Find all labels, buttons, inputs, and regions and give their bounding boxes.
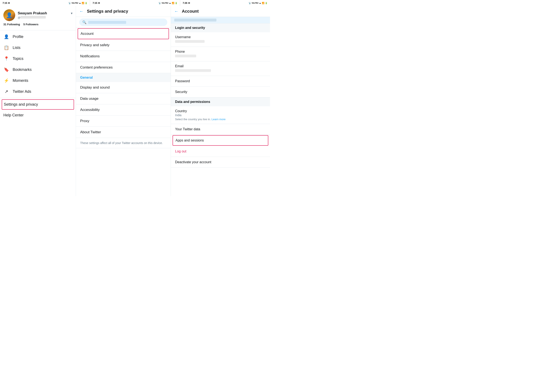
sidebar-item-profile[interactable]: 👤 Profile bbox=[0, 31, 76, 42]
account-item-security[interactable]: Security bbox=[171, 87, 270, 97]
avatar[interactable]: 👤 bbox=[3, 9, 15, 21]
battery-left: 🔋 bbox=[85, 2, 87, 4]
nav-divider-middle bbox=[0, 98, 76, 98]
profile-icon: 👤 bbox=[3, 34, 9, 39]
settings-item-accessibility[interactable]: Accessibility bbox=[76, 104, 171, 116]
account-panel-header: ← Account bbox=[171, 6, 270, 17]
settings-item-notifications[interactable]: Notifications bbox=[76, 51, 171, 62]
message-icon-middle: ✉ bbox=[98, 2, 100, 4]
status-bars: 7:15 ✉ 📡 VoLTE2 ▲ 📶 🔋 7:15 ✉ 📡 VoLTE2 ▲ … bbox=[0, 0, 270, 6]
account-country[interactable]: Country India Select the country you liv… bbox=[171, 106, 270, 124]
settings-panel-title: Settings and privacy bbox=[87, 9, 128, 14]
sidebar-item-moments[interactable]: ⚡ Moments bbox=[0, 75, 76, 86]
account-item-logout[interactable]: Log out bbox=[171, 146, 270, 157]
wifi-left: 📶 bbox=[82, 2, 84, 4]
profile-label: Profile bbox=[13, 35, 23, 39]
lists-icon: 📋 bbox=[3, 45, 9, 50]
middle-panel: ← Settings and privacy 🔍 Account Privacy… bbox=[76, 6, 171, 196]
twitter-ads-icon: ↗ bbox=[3, 89, 9, 94]
phone-value bbox=[175, 55, 196, 57]
follow-stats: 31 Following 5 Followers bbox=[3, 23, 72, 26]
sidebar-item-settings-and-privacy[interactable]: Settings and privacy bbox=[2, 99, 74, 110]
country-note: Select the country you live in. Learn mo… bbox=[175, 118, 266, 121]
account-item-deactivate[interactable]: Deactivate your account bbox=[171, 157, 270, 168]
settings-item-display-sound[interactable]: Display and sound bbox=[76, 82, 171, 93]
email-value bbox=[175, 69, 211, 72]
settings-note: These settings affect all of your Twitte… bbox=[76, 138, 171, 148]
bars-right: ▲ bbox=[259, 2, 261, 4]
account-panel-title: Account bbox=[182, 9, 199, 14]
volte-left: VoLTE2 bbox=[71, 2, 78, 4]
following-stat[interactable]: 31 Following bbox=[3, 23, 20, 26]
sidebar-item-bookmarks[interactable]: 🔖 Bookmarks bbox=[0, 64, 76, 75]
status-bar-left: 7:15 ✉ 📡 VoLTE2 ▲ 📶 🔋 bbox=[0, 0, 90, 6]
following-label: Following bbox=[7, 23, 20, 26]
search-input-blur bbox=[88, 21, 126, 24]
profile-handle: @ bbox=[18, 16, 72, 19]
battery-right: 🔋 bbox=[265, 2, 267, 4]
message-icon-left: ✉ bbox=[8, 2, 10, 4]
bookmarks-label: Bookmarks bbox=[13, 68, 32, 72]
account-item-password[interactable]: Password bbox=[171, 76, 270, 87]
account-back-button[interactable]: ← bbox=[174, 9, 179, 14]
message-icon-right: ✉ bbox=[188, 2, 190, 4]
settings-panel-header: ← Settings and privacy bbox=[76, 6, 171, 17]
status-bar-right: 7:26 ✉ 📡 VoLTE2 ▲ 📶 🔋 bbox=[180, 0, 270, 6]
time-left: 7:15 bbox=[3, 2, 7, 4]
profile-name-text: Swayam Prakash bbox=[18, 11, 47, 15]
nav-divider-top bbox=[0, 30, 76, 30]
signal-icon-right: 📡 bbox=[249, 2, 251, 4]
settings-item-account[interactable]: Account bbox=[78, 28, 169, 39]
sidebar-item-twitter-ads[interactable]: ↗ Twitter Ads bbox=[0, 86, 76, 97]
main-panels: 👤 Swayam Prakash ▾ @ 31 Following bbox=[0, 6, 270, 196]
battery-middle: 🔋 bbox=[175, 2, 177, 4]
avatar-image: 👤 bbox=[3, 9, 15, 21]
lists-label: Lists bbox=[13, 45, 20, 50]
account-item-twitter-data[interactable]: Your Twitter data bbox=[171, 124, 270, 135]
sidebar-item-topics[interactable]: 📍 Topics bbox=[0, 53, 76, 64]
chevron-down-icon[interactable]: ▾ bbox=[71, 12, 72, 15]
topics-icon: 📍 bbox=[3, 56, 9, 61]
wifi-right: 📶 bbox=[262, 2, 264, 4]
settings-item-privacy-safety[interactable]: Privacy and safety bbox=[76, 40, 171, 51]
account-field-phone[interactable]: Phone bbox=[171, 47, 270, 61]
followers-label: Followers bbox=[26, 23, 39, 26]
phone-label: Phone bbox=[175, 50, 266, 54]
topics-label: Topics bbox=[13, 56, 23, 61]
account-field-email[interactable]: Email bbox=[171, 61, 270, 76]
volte-middle: VoLTE2 bbox=[162, 2, 168, 4]
settings-back-button[interactable]: ← bbox=[79, 9, 84, 14]
sidebar-item-lists[interactable]: 📋 Lists bbox=[0, 42, 76, 53]
settings-item-proxy[interactable]: Proxy bbox=[76, 116, 171, 127]
search-input-wrap[interactable]: 🔍 bbox=[79, 19, 167, 26]
email-label: Email bbox=[175, 64, 266, 68]
left-panel: 👤 Swayam Prakash ▾ @ 31 Following bbox=[0, 6, 76, 196]
profile-name-section: Swayam Prakash ▾ @ bbox=[18, 11, 72, 19]
settings-item-content-preferences[interactable]: Content preferences bbox=[76, 62, 171, 73]
sidebar-item-help-center[interactable]: Help Center bbox=[0, 110, 76, 120]
moments-icon: ⚡ bbox=[3, 78, 9, 83]
avatar-container: 👤 Swayam Prakash ▾ @ bbox=[3, 9, 72, 21]
volte-right: VoLTE2 bbox=[252, 2, 258, 4]
account-item-apps-sessions[interactable]: Apps and sessions bbox=[173, 135, 268, 146]
data-permissions-heading: Data and permissions bbox=[171, 97, 270, 106]
signal-icon-middle: 📡 bbox=[158, 2, 161, 4]
time-middle: 7:15 bbox=[93, 2, 97, 4]
country-label: Country bbox=[175, 109, 266, 113]
profile-name-row: Swayam Prakash ▾ bbox=[18, 11, 72, 15]
search-icon: 🔍 bbox=[82, 20, 86, 24]
profile-section: 👤 Swayam Prakash ▾ @ 31 Following bbox=[0, 6, 76, 29]
settings-item-about-twitter[interactable]: About Twitter bbox=[76, 127, 171, 138]
bars-middle: ▲ bbox=[169, 2, 171, 4]
bookmarks-icon: 🔖 bbox=[3, 67, 9, 72]
following-count: 31 bbox=[3, 23, 6, 26]
signal-icon-left: 📡 bbox=[68, 2, 71, 4]
followers-stat[interactable]: 5 Followers bbox=[23, 23, 39, 26]
settings-item-data-usage[interactable]: Data usage bbox=[76, 93, 171, 104]
learn-more-link[interactable]: Learn more bbox=[212, 118, 225, 121]
help-center-label: Help Center bbox=[3, 113, 24, 117]
username-label: Username bbox=[175, 35, 266, 39]
followers-count: 5 bbox=[23, 23, 25, 26]
account-field-username[interactable]: Username bbox=[171, 32, 270, 47]
handle-blur bbox=[20, 16, 46, 19]
